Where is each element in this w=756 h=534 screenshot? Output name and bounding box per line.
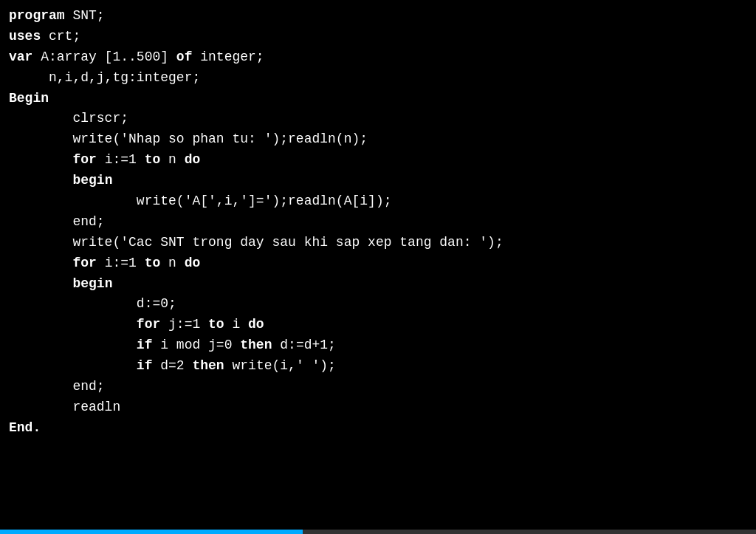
code-token [9,152,72,167]
code-line: end; [9,212,747,233]
code-token: then [240,338,272,352]
code-token: uses [9,29,41,44]
code-line: for j:=1 to i do [9,315,747,335]
code-token: for [137,317,160,332]
code-token: of [176,49,193,64]
code-token: write(i,' '); [224,358,336,373]
code-line: d:=0; [9,294,747,315]
code-line: program SNT; [9,6,747,27]
code-line: End. [9,418,747,439]
code-token: var [9,49,32,64]
code-token: do [248,317,264,332]
code-line: n,i,d,j,tg:integer; [9,68,747,89]
code-token: end; [72,214,104,229]
code-token: write('A[',i,']=');readln(A[i]); [9,194,391,208]
code-token [9,338,137,352]
code-editor: program SNT;uses crt;var A:array [1..500… [0,0,756,534]
code-token: to [145,256,161,270]
code-token: program [9,8,65,23]
code-line: for i:=1 to n do [9,253,747,274]
code-token: for [72,152,96,167]
code-token: do [185,256,201,270]
code-line: write('Cac SNT trong day sau khi sap xep… [9,233,747,253]
code-line: clrscr; [9,109,747,129]
code-line: if i mod j=0 then d:=d+1; [9,335,747,356]
code-token [9,358,137,373]
code-token: begin [72,276,112,291]
code-token: i:=1 [97,256,145,270]
code-token [9,379,72,394]
code-token: i mod j=0 [152,338,240,352]
code-token: readln [9,400,120,414]
scrollbar[interactable] [0,530,756,534]
code-token: Begin [9,91,49,106]
code-token: A:array [1..500] [32,49,176,64]
code-token: do [185,152,201,167]
code-token [9,317,137,332]
code-line: begin [9,274,747,295]
code-line: write('Nhap so phan tu: ');readln(n); [9,129,747,150]
code-line: for i:=1 to n do [9,150,747,171]
code-token: i [224,317,248,332]
code-token: if [137,338,153,352]
code-token: then [192,358,224,373]
code-token: write('Nhap so phan tu: ');readln(n); [9,131,368,146]
code-token: begin [72,173,112,188]
code-token: if [137,358,153,373]
code-line: if d=2 then write(i,' '); [9,356,747,377]
code-token [9,256,72,270]
code-token: crt; [41,29,80,44]
code-token: write('Cac SNT trong day sau khi sap xep… [9,235,504,250]
code-token [9,173,72,188]
code-token: n [160,152,184,167]
code-token: i:=1 [97,152,145,167]
code-token: integer; [192,49,264,64]
code-token: n [160,256,184,270]
code-line: var A:array [1..500] of integer; [9,47,747,68]
code-token: End. [9,420,41,435]
code-token: d=2 [152,358,192,373]
code-token: j:=1 [160,317,208,332]
code-token: d:=0; [9,296,176,311]
code-token [9,276,72,291]
code-line: begin [9,171,747,191]
code-line: uses crt; [9,27,747,47]
code-token: d:=d+1; [272,338,335,352]
code-token: for [72,256,96,270]
code-token [9,214,72,229]
code-token: clrscr; [9,111,128,126]
code-line: end; [9,377,747,397]
code-line: write('A[',i,']=');readln(A[i]); [9,191,747,212]
code-token: SNT; [65,8,105,23]
code-line: readln [9,397,747,418]
code-token: to [145,152,161,167]
code-token: end; [72,379,104,394]
code-token: n,i,d,j,tg:integer; [9,70,200,85]
code-token: to [208,317,224,332]
code-line: Begin [9,89,747,109]
